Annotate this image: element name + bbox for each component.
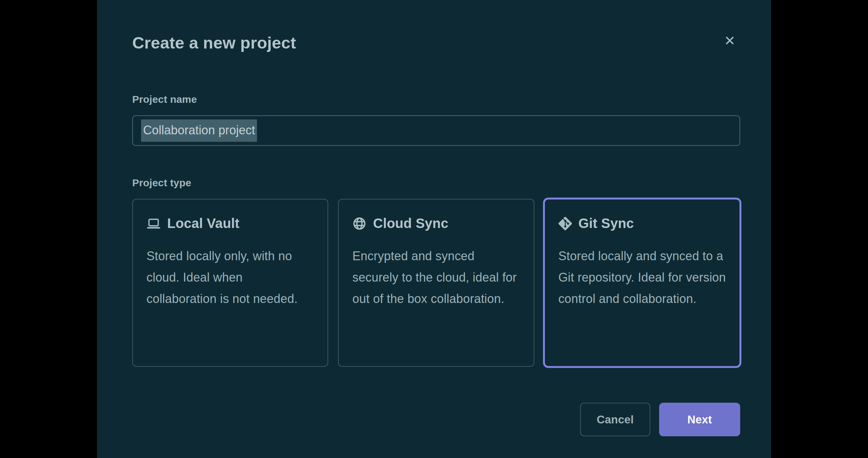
- card-title: Git Sync: [578, 216, 634, 231]
- card-local-vault[interactable]: Local Vault Stored locally only, with no…: [132, 199, 328, 367]
- card-git-sync-header: Git Sync: [558, 216, 726, 231]
- card-cloud-sync[interactable]: Cloud Sync Encrypted and synced securely…: [338, 199, 534, 367]
- modal-header: Create a new project ✕: [132, 33, 740, 52]
- next-button[interactable]: Next: [659, 403, 740, 436]
- project-type-options: Local Vault Stored locally only, with no…: [132, 199, 740, 367]
- card-title: Local Vault: [167, 216, 239, 231]
- card-cloud-sync-header: Cloud Sync: [352, 216, 520, 231]
- project-name-input[interactable]: Collaboration project: [132, 115, 740, 146]
- globe-icon: [352, 216, 367, 231]
- create-project-modal: Create a new project ✕ Project name Coll…: [97, 0, 771, 458]
- card-description: Stored locally only, with no cloud. Idea…: [146, 245, 314, 309]
- card-title: Cloud Sync: [373, 216, 448, 231]
- card-git-sync[interactable]: Git Sync Stored locally and synced to a …: [544, 199, 740, 367]
- project-type-label: Project type: [132, 177, 740, 189]
- project-name-label: Project name: [132, 94, 740, 105]
- modal-footer: Cancel Next: [132, 403, 740, 436]
- card-description: Stored locally and synced to a Git repos…: [558, 245, 726, 309]
- project-name-selected-text: Collaboration project: [141, 119, 257, 142]
- screen-background: Create a new project ✕ Project name Coll…: [0, 0, 868, 458]
- cancel-button[interactable]: Cancel: [580, 403, 650, 436]
- close-icon[interactable]: ✕: [724, 34, 735, 47]
- page-title: Create a new project: [132, 33, 296, 52]
- git-icon: [558, 217, 572, 230]
- card-local-vault-header: Local Vault: [146, 216, 314, 231]
- laptop-icon: [146, 216, 161, 231]
- card-description: Encrypted and synced securely to the clo…: [352, 245, 520, 309]
